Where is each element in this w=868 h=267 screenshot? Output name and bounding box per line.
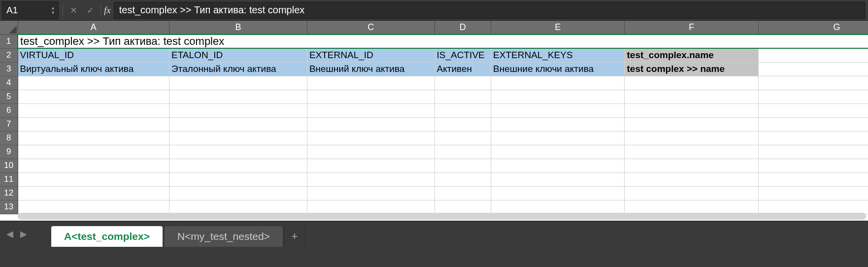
cell[interactable] <box>307 186 434 200</box>
cell[interactable]: Активен <box>434 62 491 76</box>
tab-next-button[interactable]: ▶ <box>17 229 31 239</box>
column-header[interactable]: C <box>307 21 434 34</box>
column-header[interactable]: F <box>625 21 758 34</box>
cell[interactable]: Эталонный ключ актива <box>169 62 307 76</box>
cell[interactable] <box>307 159 434 172</box>
cell[interactable] <box>491 76 625 90</box>
cell[interactable] <box>491 117 625 131</box>
name-box[interactable]: A1 ▲ ▼ <box>2 1 59 19</box>
cell[interactable] <box>758 186 868 200</box>
row-header[interactable]: 1 <box>0 34 18 48</box>
cell[interactable] <box>169 103 307 117</box>
column-header[interactable]: B <box>169 21 307 34</box>
cell[interactable] <box>434 76 491 90</box>
cell[interactable]: VIRTUAL_ID <box>18 48 169 62</box>
select-all-corner[interactable] <box>0 21 18 34</box>
cancel-formula-button[interactable]: ✕ <box>65 0 82 20</box>
cell[interactable] <box>434 159 491 172</box>
cell[interactable] <box>434 186 491 200</box>
row-header[interactable]: 10 <box>0 159 18 172</box>
row-header[interactable]: 6 <box>0 103 18 117</box>
cell[interactable] <box>491 131 625 145</box>
cell[interactable] <box>434 172 491 186</box>
cell[interactable] <box>758 172 868 186</box>
row-header[interactable]: 4 <box>0 76 18 90</box>
cell[interactable] <box>758 145 868 159</box>
cell[interactable] <box>169 159 307 172</box>
cell[interactable] <box>18 103 169 117</box>
cell[interactable] <box>625 159 758 172</box>
cell[interactable] <box>434 145 491 159</box>
cell[interactable] <box>625 172 758 186</box>
cell[interactable] <box>491 145 625 159</box>
cell[interactable]: test_complex.name <box>625 48 758 62</box>
cell[interactable] <box>169 131 307 145</box>
cell[interactable] <box>169 186 307 200</box>
cell[interactable] <box>434 131 491 145</box>
cell[interactable] <box>434 103 491 117</box>
cell[interactable] <box>758 48 868 62</box>
cell[interactable] <box>491 172 625 186</box>
row-header[interactable]: 12 <box>0 186 18 200</box>
cell[interactable]: ETALON_ID <box>169 48 307 62</box>
cell[interactable]: EXTERNAL_ID <box>307 48 434 62</box>
scrollbar-thumb[interactable] <box>18 213 866 220</box>
row-header[interactable]: 3 <box>0 62 18 76</box>
cell[interactable] <box>434 117 491 131</box>
cell[interactable] <box>758 200 868 214</box>
tab-prev-button[interactable]: ◀ <box>3 229 17 239</box>
cell[interactable] <box>307 117 434 131</box>
cell[interactable] <box>758 117 868 131</box>
cell[interactable] <box>169 76 307 90</box>
add-sheet-button[interactable]: + <box>284 226 305 247</box>
cell[interactable] <box>307 172 434 186</box>
sheet-tab-active[interactable]: A<test_complex> <box>51 226 163 247</box>
cell[interactable] <box>625 186 758 200</box>
cell[interactable] <box>434 90 491 103</box>
cell[interactable]: Внешний ключ актива <box>307 62 434 76</box>
row-header[interactable]: 13 <box>0 200 18 214</box>
cell[interactable] <box>18 159 169 172</box>
formula-input[interactable] <box>114 2 865 19</box>
cell[interactable] <box>758 90 868 103</box>
cell[interactable] <box>307 131 434 145</box>
cell[interactable] <box>758 62 868 76</box>
column-header[interactable]: D <box>434 21 491 34</box>
cell[interactable] <box>491 186 625 200</box>
cell[interactable] <box>169 90 307 103</box>
cell[interactable] <box>18 186 169 200</box>
cell[interactable] <box>18 172 169 186</box>
cell[interactable] <box>625 90 758 103</box>
cell[interactable] <box>758 103 868 117</box>
cell[interactable]: test complex >> name <box>625 62 758 76</box>
title-cell[interactable]: test_complex >> Тип актива: test complex <box>18 34 868 48</box>
row-header[interactable]: 7 <box>0 117 18 131</box>
cell[interactable]: Внешние ключи актива <box>491 62 625 76</box>
cell[interactable] <box>434 200 491 214</box>
cell[interactable] <box>169 117 307 131</box>
cell[interactable] <box>625 145 758 159</box>
cell[interactable] <box>169 145 307 159</box>
cell[interactable] <box>491 103 625 117</box>
column-header[interactable]: A <box>18 21 169 34</box>
cell[interactable] <box>625 76 758 90</box>
cell[interactable] <box>758 159 868 172</box>
cell[interactable] <box>307 200 434 214</box>
cell[interactable] <box>307 90 434 103</box>
cell[interactable] <box>491 90 625 103</box>
cell[interactable] <box>169 172 307 186</box>
cell[interactable] <box>758 131 868 145</box>
cell[interactable]: IS_ACTIVE <box>434 48 491 62</box>
cell[interactable] <box>491 159 625 172</box>
cell[interactable] <box>18 90 169 103</box>
cell[interactable] <box>758 76 868 90</box>
sheet-tab-inactive[interactable]: N<my_test_nested> <box>165 226 283 247</box>
horizontal-scrollbar[interactable] <box>18 213 866 220</box>
cell[interactable] <box>307 145 434 159</box>
cell[interactable] <box>307 76 434 90</box>
row-header[interactable]: 11 <box>0 172 18 186</box>
cell[interactable] <box>18 131 169 145</box>
cell[interactable] <box>307 103 434 117</box>
cell[interactable] <box>18 76 169 90</box>
row-header[interactable]: 9 <box>0 145 18 159</box>
